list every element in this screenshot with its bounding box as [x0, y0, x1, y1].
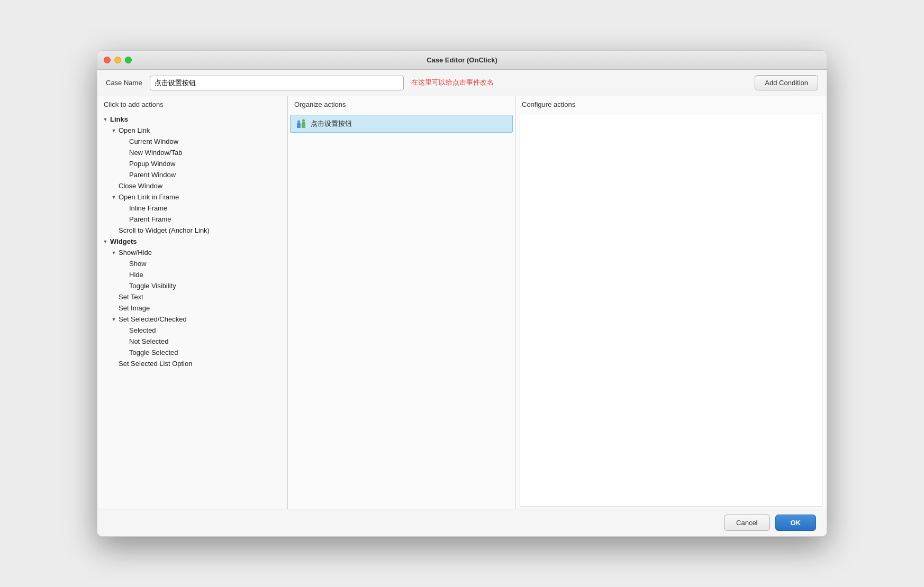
svg-point-3 — [302, 120, 305, 122]
close-button[interactable] — [104, 57, 111, 63]
tree-item-set-selected-checked[interactable]: Set Selected/Checked — [97, 314, 287, 325]
tree-label-open-link: Open Link — [119, 126, 150, 134]
window-title: Case Editor (OnClick) — [427, 56, 497, 64]
tree-label-current-window: Current Window — [129, 137, 178, 145]
tree-label-show: Show — [129, 260, 147, 268]
action-label: 点击设置按钮 — [311, 119, 352, 129]
tree-arrow-widgets — [102, 238, 109, 245]
tree-arrow-open-link — [110, 127, 117, 134]
tree-item-show-hide[interactable]: Show/Hide — [97, 247, 287, 258]
svg-point-1 — [297, 121, 300, 123]
tree-label-popup-window: Popup Window — [129, 160, 175, 168]
cancel-button[interactable]: Cancel — [724, 515, 769, 531]
minimize-button[interactable] — [114, 57, 121, 63]
tree-item-links[interactable]: Links — [97, 114, 287, 125]
tree-item-not-selected[interactable]: Not Selected — [97, 336, 287, 347]
left-panel-header: Click to add actions — [97, 96, 287, 112]
tree-item-toggle-selected[interactable]: Toggle Selected — [97, 347, 287, 358]
middle-panel: Organize actions 点击设置按钮 — [288, 96, 515, 509]
tree-item-set-text[interactable]: Set Text — [97, 291, 287, 302]
ok-button[interactable]: OK — [775, 515, 817, 531]
tree-item-new-window-tab[interactable]: New Window/Tab — [97, 147, 287, 158]
traffic-lights — [104, 57, 132, 63]
tree-item-selected[interactable]: Selected — [97, 325, 287, 336]
tree-label-set-selected-list-option: Set Selected List Option — [119, 360, 192, 368]
tree-label-inline-frame: Inline Frame — [129, 204, 167, 212]
case-name-input[interactable] — [150, 76, 404, 90]
tree-item-close-window[interactable]: Close Window — [97, 180, 287, 191]
tree-label-scroll-to-widget: Scroll to Widget (Anchor Link) — [119, 226, 210, 234]
add-condition-button[interactable]: Add Condition — [755, 75, 818, 90]
tree-label-toggle-visibility: Toggle Visibility — [129, 282, 176, 290]
tree-item-parent-window[interactable]: Parent Window — [97, 169, 287, 180]
right-panel: Configure actions — [515, 96, 827, 509]
tree-item-inline-frame[interactable]: Inline Frame — [97, 203, 287, 214]
maximize-button[interactable] — [125, 57, 132, 63]
tree-arrow-show-hide — [110, 249, 117, 256]
tree-label-not-selected: Not Selected — [129, 337, 168, 345]
tree-item-hide[interactable]: Hide — [97, 269, 287, 280]
tree-label-set-selected-checked: Set Selected/Checked — [119, 315, 187, 323]
tree-label-toggle-selected: Toggle Selected — [129, 348, 178, 356]
tree-label-close-window: Close Window — [119, 182, 162, 190]
left-panel: Click to add actions LinksOpen LinkCurre… — [97, 96, 288, 509]
tree-label-open-link-in-frame: Open Link in Frame — [119, 193, 179, 201]
tree-item-toggle-visibility[interactable]: Toggle Visibility — [97, 280, 287, 291]
case-name-label: Case Name — [106, 79, 142, 87]
tree-item-set-image[interactable]: Set Image — [97, 302, 287, 314]
case-editor-window: Case Editor (OnClick) Case Name 在这里可以给点击… — [97, 50, 827, 537]
tree-label-show-hide: Show/Hide — [119, 249, 152, 256]
action-icon — [296, 118, 306, 129]
tree-label-parent-frame: Parent Frame — [129, 215, 171, 223]
tree-label-new-window-tab: New Window/Tab — [129, 149, 182, 157]
annotation-text: 在这里可以给点击事件改名 — [411, 78, 494, 87]
action-item-action-1[interactable]: 点击设置按钮 — [290, 115, 513, 133]
tree-item-current-window[interactable]: Current Window — [97, 136, 287, 147]
tree-item-set-selected-list-option[interactable]: Set Selected List Option — [97, 358, 287, 369]
organize-actions-list: 点击设置按钮 — [288, 112, 515, 509]
tree-item-open-link-in-frame[interactable]: Open Link in Frame — [97, 191, 287, 203]
tree-label-selected: Selected — [129, 326, 156, 334]
tree-arrow-open-link-in-frame — [110, 194, 117, 201]
tree-label-links: Links — [110, 115, 128, 123]
tree-item-show[interactable]: Show — [97, 258, 287, 269]
tree-label-set-text: Set Text — [119, 293, 143, 301]
title-bar: Case Editor (OnClick) — [97, 51, 827, 70]
tree-label-parent-window: Parent Window — [129, 171, 176, 179]
tree-item-popup-window[interactable]: Popup Window — [97, 158, 287, 169]
tree-item-parent-frame[interactable]: Parent Frame — [97, 214, 287, 225]
svg-rect-0 — [297, 123, 301, 128]
tree-label-hide: Hide — [129, 271, 143, 279]
toolbar: Case Name 在这里可以给点击事件改名 Add Condition — [97, 70, 827, 96]
tree-arrow-set-selected-checked — [110, 316, 117, 323]
tree-arrow-links — [102, 116, 109, 123]
tree-item-widgets[interactable]: Widgets — [97, 236, 287, 247]
configure-actions-area — [520, 114, 822, 507]
middle-panel-header: Organize actions — [288, 96, 515, 112]
tree-label-set-image: Set Image — [119, 304, 150, 312]
right-panel-header: Configure actions — [515, 96, 827, 112]
footer: Cancel OK — [97, 509, 827, 536]
svg-rect-2 — [302, 122, 305, 128]
tree-item-open-link[interactable]: Open Link — [97, 125, 287, 136]
tree-label-widgets: Widgets — [110, 237, 137, 245]
left-panel-scroll[interactable]: LinksOpen LinkCurrent WindowNew Window/T… — [97, 112, 287, 509]
main-area: Click to add actions LinksOpen LinkCurre… — [97, 96, 827, 509]
tree-item-scroll-to-widget[interactable]: Scroll to Widget (Anchor Link) — [97, 225, 287, 236]
